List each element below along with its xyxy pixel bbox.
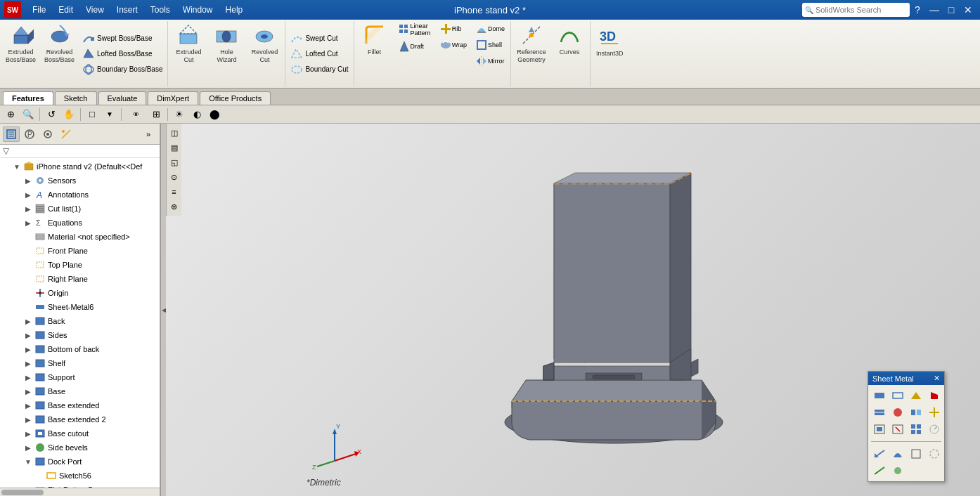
swept-boss-base-btn[interactable]: Swept Boss/Base: [80, 32, 165, 46]
swept-cut-btn[interactable]: Swept Cut: [288, 32, 350, 46]
config-manager-btn[interactable]: [39, 126, 56, 142]
tree-item-back[interactable]: ▶ Back: [0, 314, 160, 328]
rp-btn-5[interactable]: ≡: [168, 185, 181, 198]
menu-tools[interactable]: Tools: [145, 4, 176, 16]
sides-expand[interactable]: ▶: [22, 329, 34, 341]
minimize-btn[interactable]: —: [927, 2, 942, 18]
tree-item-dock-port[interactable]: ▼ Dock Port: [0, 455, 160, 469]
collapse-handle[interactable]: ◀: [160, 124, 166, 496]
sm-btn-16[interactable]: [926, 446, 943, 462]
sm-btn-5[interactable]: [871, 405, 888, 420]
search-input[interactable]: [815, 6, 907, 14]
annotations-expand[interactable]: ▶: [22, 189, 34, 200]
tree-root[interactable]: ▼ iPhone stand v2 (Default<<Def: [0, 159, 160, 174]
sm-btn-18[interactable]: [889, 463, 906, 478]
maximize-btn[interactable]: □: [943, 2, 959, 18]
sm-btn-8[interactable]: [926, 405, 943, 420]
boundary-cut-btn[interactable]: Boundary Cut: [288, 63, 350, 77]
sm-btn-10[interactable]: [889, 422, 906, 437]
pan-btn[interactable]: ✋: [61, 107, 77, 122]
rotate-btn[interactable]: ↺: [44, 107, 59, 122]
tree-scrollbar[interactable]: [0, 488, 160, 496]
tree-item-material[interactable]: Material <not specified>: [0, 230, 160, 244]
curves-btn[interactable]: Curves: [552, 21, 587, 86]
sensors-expand[interactable]: ▶: [22, 175, 34, 186]
rp-btn-3[interactable]: ◱: [168, 156, 181, 169]
tab-sketch[interactable]: Sketch: [55, 91, 97, 105]
tree-item-base-extended2[interactable]: ▶ Base extended 2: [0, 412, 160, 426]
linear-pattern-btn[interactable]: LinearPattern: [395, 21, 434, 38]
tree-item-sensors[interactable]: ▶ Sensors: [0, 174, 160, 188]
sm-btn-3[interactable]: [908, 388, 924, 403]
base-ext-expand[interactable]: ▶: [22, 400, 34, 411]
base-expand[interactable]: ▶: [22, 386, 34, 397]
close-btn[interactable]: ✕: [960, 2, 976, 18]
tree-item-side-bevels[interactable]: ▶ Side bevels: [0, 440, 160, 455]
tab-features[interactable]: Features: [3, 91, 53, 105]
sm-btn-1[interactable]: [871, 388, 888, 403]
hole-wizard-btn[interactable]: HoleWizard: [209, 21, 244, 86]
shadows-btn[interactable]: ⬤: [207, 107, 222, 122]
menu-help[interactable]: Help: [220, 4, 249, 16]
lofted-cut-btn[interactable]: Lofted Cut: [288, 47, 350, 61]
menu-insert[interactable]: Insert: [111, 4, 143, 16]
tree-item-equations[interactable]: ▶ Σ Equations: [0, 216, 160, 230]
hide-show-btn[interactable]: 👁: [125, 107, 146, 122]
dome-btn[interactable]: Dome: [472, 21, 508, 37]
back-expand[interactable]: ▶: [22, 315, 34, 327]
tree-item-base-extended[interactable]: ▶ Base extended: [0, 398, 160, 412]
rp-btn-6[interactable]: ⊕: [168, 200, 181, 213]
draft-btn[interactable]: Draft: [395, 39, 434, 54]
instant3d-btn[interactable]: 3D Instant3D: [591, 21, 629, 86]
sm-btn-4[interactable]: [926, 388, 943, 403]
tree-item-cut-list[interactable]: ▶ Cut list(1): [0, 202, 160, 216]
sm-btn-15[interactable]: [908, 446, 924, 462]
dim-xpert-btn[interactable]: [58, 126, 75, 142]
extruded-boss-base-btn[interactable]: ExtrudedBoss/Base: [3, 21, 39, 86]
section-view-btn[interactable]: ⊞: [148, 107, 164, 122]
viewport[interactable]: Y X Z *Dimetric Sheet Metal ✕: [166, 124, 980, 496]
shell-btn[interactable]: Shell: [472, 37, 508, 53]
tree-item-base[interactable]: ▶ Base: [0, 384, 160, 398]
realview-btn[interactable]: ◐: [189, 107, 205, 122]
mirror-btn[interactable]: Mirror: [472, 53, 508, 69]
tree-item-front-plane[interactable]: Front Plane: [0, 244, 160, 258]
view-orientation-btn[interactable]: ▼: [102, 107, 117, 122]
base-ext2-expand[interactable]: ▶: [22, 414, 34, 425]
tree-item-shelf[interactable]: ▶ Shelf: [0, 356, 160, 370]
tree-item-sketch56[interactable]: Sketch56: [0, 469, 160, 483]
tree-item-annotations[interactable]: ▶ A Annotations: [0, 188, 160, 202]
shelf-expand[interactable]: ▶: [22, 358, 34, 369]
tree-item-flat-pattern5[interactable]: ▶ Flat-Pattern5: [0, 483, 160, 488]
search-box[interactable]: 🔍: [802, 3, 910, 17]
cut-list-expand[interactable]: ▶: [22, 203, 34, 214]
rib-btn[interactable]: Rib: [437, 21, 470, 37]
tree-item-origin[interactable]: Origin: [0, 286, 160, 300]
menu-edit[interactable]: Edit: [53, 4, 79, 16]
sm-btn-11[interactable]: [908, 422, 924, 437]
sm-btn-12[interactable]: [926, 422, 943, 437]
tree-expand-btn[interactable]: »: [140, 126, 157, 142]
display-mode-btn[interactable]: □: [84, 107, 100, 122]
rp-btn-1[interactable]: ◫: [168, 126, 181, 139]
lighting-btn[interactable]: ☀: [172, 107, 187, 122]
sm-btn-2[interactable]: [889, 388, 906, 403]
dock-port-expand[interactable]: ▼: [22, 456, 34, 467]
rp-btn-4[interactable]: ⊙: [168, 171, 181, 183]
tree-item-sides[interactable]: ▶ Sides: [0, 328, 160, 342]
tab-office-products[interactable]: Office Products: [200, 91, 271, 105]
tree-item-base-cutout[interactable]: ▶ Base cutout: [0, 426, 160, 440]
zoom-fit-btn[interactable]: ⊕: [3, 107, 18, 122]
sm-btn-13[interactable]: [871, 446, 888, 462]
tab-evaluate[interactable]: Evaluate: [98, 91, 147, 105]
side-bevels-expand[interactable]: ▶: [22, 442, 34, 453]
support-expand[interactable]: ▶: [22, 372, 34, 383]
tree-item-support[interactable]: ▶ Support: [0, 370, 160, 384]
root-expand[interactable]: ▼: [11, 161, 22, 172]
sm-btn-7[interactable]: [908, 405, 924, 420]
reference-geometry-btn[interactable]: ReferenceGeometry: [514, 21, 549, 86]
wrap-btn[interactable]: Wrap: [437, 37, 470, 53]
revolved-boss-base-btn[interactable]: RevolvedBoss/Base: [41, 21, 77, 86]
lofted-boss-base-btn[interactable]: Lofted Boss/Base: [80, 47, 165, 61]
tab-dimxpert[interactable]: DimXpert: [148, 91, 198, 105]
